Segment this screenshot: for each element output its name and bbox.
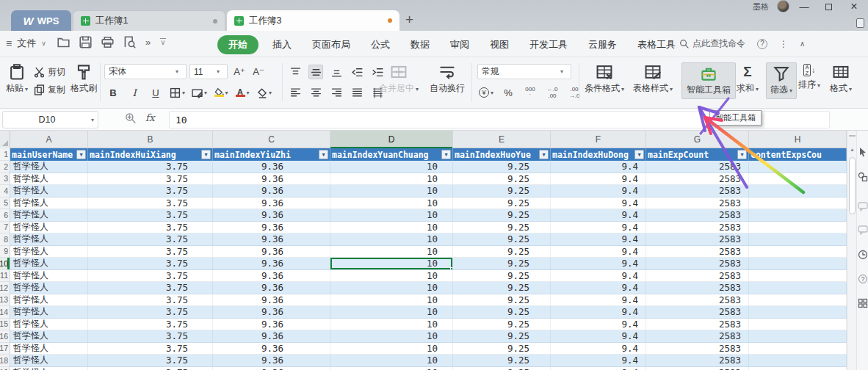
justify-button[interactable] <box>350 85 364 100</box>
cell-A14[interactable]: 哲学怪人 <box>10 306 88 319</box>
column-header-E[interactable]: E <box>453 131 551 148</box>
help-button[interactable]: ? <box>757 39 767 49</box>
scroll-up-icon[interactable]: ▲ <box>850 147 855 152</box>
align-bottom-button[interactable] <box>329 65 344 79</box>
table-header-contentExpsCou[interactable]: contentExpsCou <box>749 148 847 161</box>
cell-A17[interactable]: 哲学怪人 <box>10 343 88 355</box>
cell-G8[interactable]: 2583 <box>646 233 749 246</box>
cell-H6[interactable] <box>749 209 847 222</box>
cell-F17[interactable]: 9.4 <box>551 343 646 355</box>
cell-B16[interactable]: 3.75 <box>88 330 213 343</box>
increase-font-button[interactable]: A⁺ <box>232 64 247 79</box>
ribbon-tab-公式[interactable]: 公式 <box>364 35 397 54</box>
maximize-button[interactable] <box>817 0 839 13</box>
cell-G18[interactable]: 2583 <box>646 355 749 367</box>
cell-H9[interactable] <box>749 246 847 258</box>
minimize-button[interactable]: — <box>793 0 815 13</box>
more-options-button[interactable]: ⋮ <box>779 39 788 49</box>
cell-C11[interactable]: 9.36 <box>213 270 330 283</box>
cell-A8[interactable]: 哲学怪人 <box>10 233 88 246</box>
merge-center-button[interactable]: 合并居中 <box>379 64 419 95</box>
column-header-C[interactable]: C <box>213 131 330 148</box>
cell-A3[interactable]: 哲学怪人 <box>10 173 88 186</box>
cell-D17[interactable]: 10 <box>330 343 453 355</box>
cell-G17[interactable]: 2583 <box>646 343 749 355</box>
autofilter-dropdown-icon[interactable]: ▼ <box>319 150 328 159</box>
row-number-10[interactable]: 10 <box>0 258 10 270</box>
cell-C10[interactable]: 9.36 <box>213 258 330 270</box>
wrap-text-button[interactable]: 自动换行 <box>430 64 465 95</box>
cell-H15[interactable] <box>749 319 847 331</box>
column-header-H[interactable]: H <box>749 131 847 148</box>
cell-D14[interactable]: 10 <box>330 306 453 319</box>
autofilter-dropdown-icon[interactable]: ▼ <box>201 150 211 159</box>
row-number-18[interactable]: 18 <box>0 355 10 367</box>
paste-button[interactable]: 粘贴 <box>6 64 28 95</box>
table-header-mainIndexYuanChuang[interactable]: mainIndexYuanChuang▼ <box>330 148 453 161</box>
ribbon-tab-云服务[interactable]: 云服务 <box>582 35 623 54</box>
thousands-format-button[interactable]: 000´ <box>523 85 538 100</box>
align-top-button[interactable] <box>288 65 303 79</box>
ribbon-tab-表格工具[interactable]: 表格工具 <box>631 35 682 54</box>
cell-E10[interactable]: 9.25 <box>453 258 551 270</box>
cell-B12[interactable]: 3.75 <box>88 282 213 294</box>
row-number-16[interactable]: 16 <box>0 330 10 343</box>
cell-C15[interactable]: 9.36 <box>213 319 330 331</box>
cell-H18[interactable] <box>749 355 847 367</box>
table-header-mainIndexHuDong[interactable]: mainIndexHuDong▼ <box>551 148 646 161</box>
ribbon-tab-页面布局[interactable]: 页面布局 <box>305 35 357 54</box>
cell-D8[interactable]: 10 <box>330 233 453 246</box>
column-header-G[interactable]: G <box>646 131 749 148</box>
cell-G9[interactable]: 2583 <box>646 246 749 258</box>
scrollbar-thumb[interactable] <box>849 157 856 214</box>
row-number-4[interactable]: 4 <box>0 185 10 197</box>
cell-B15[interactable]: 3.75 <box>88 319 213 331</box>
document-tab-workbook1[interactable]: 工作簿1 <box>73 10 225 31</box>
cell-G19[interactable]: 2583 <box>646 367 749 370</box>
cell-F3[interactable]: 9.4 <box>551 173 646 186</box>
file-menu[interactable]: 文件 <box>17 37 36 50</box>
document-tab-workbook3[interactable]: 工作簿3 <box>227 10 399 31</box>
autofilter-dropdown-icon[interactable]: ▼ <box>76 150 86 159</box>
cell-D4[interactable]: 10 <box>330 185 453 197</box>
autofilter-dropdown-icon[interactable]: ▼ <box>539 150 549 159</box>
cell-H2[interactable] <box>749 161 847 173</box>
insert-function-button[interactable]: fx <box>145 112 155 123</box>
ribbon-tab-视图[interactable]: 视图 <box>483 35 516 54</box>
decrease-font-button[interactable]: A⁻ <box>251 64 266 79</box>
cell-B10[interactable]: 3.75 <box>88 258 213 270</box>
cell-B4[interactable]: 3.75 <box>88 185 213 197</box>
cell-C19[interactable]: 9.36 <box>213 367 330 370</box>
cell-D7[interactable]: 10 <box>330 222 453 234</box>
cell-D12[interactable]: 10 <box>330 282 453 294</box>
cell-C16[interactable]: 9.36 <box>213 330 330 343</box>
format-painter-button[interactable]: 格式刷 <box>70 64 97 95</box>
cell-F13[interactable]: 9.4 <box>551 294 646 307</box>
cell-C4[interactable]: 9.36 <box>213 185 330 197</box>
select-tool-icon[interactable] <box>858 147 868 157</box>
cell-C13[interactable]: 9.36 <box>213 294 330 307</box>
cell-C6[interactable]: 9.36 <box>213 209 330 222</box>
cell-E3[interactable]: 9.25 <box>453 173 551 186</box>
borders-button[interactable] <box>170 85 185 100</box>
percent-format-button[interactable]: % <box>501 85 516 100</box>
row-number-2[interactable]: 2 <box>0 161 10 173</box>
cell-C5[interactable]: 9.36 <box>213 197 330 210</box>
fill-color-button[interactable] <box>214 85 228 100</box>
align-left-button[interactable] <box>288 85 303 100</box>
ribbon-tab-数据[interactable]: 数据 <box>404 35 436 54</box>
font-color-button[interactable]: A <box>235 85 250 100</box>
cell-G7[interactable]: 2583 <box>646 222 749 234</box>
cell-H13[interactable] <box>749 294 847 307</box>
font-name-select[interactable]: 宋体▾ <box>104 64 187 79</box>
ribbon-tab-开发工具[interactable]: 开发工具 <box>523 35 574 54</box>
cell-B9[interactable]: 3.75 <box>88 246 213 258</box>
ribbon-tab-插入[interactable]: 插入 <box>266 35 298 54</box>
side-panel-icon[interactable] <box>856 18 864 28</box>
table-style-button[interactable]: 表格样式 <box>633 64 673 95</box>
cell-G15[interactable]: 2583 <box>646 319 749 331</box>
font-size-select[interactable]: 11▾ <box>189 64 228 79</box>
cell-E4[interactable]: 9.25 <box>453 185 551 197</box>
currency-format-button[interactable]: ¥ <box>479 85 493 100</box>
undo-redo-icon[interactable]: ∨ <box>160 38 165 46</box>
